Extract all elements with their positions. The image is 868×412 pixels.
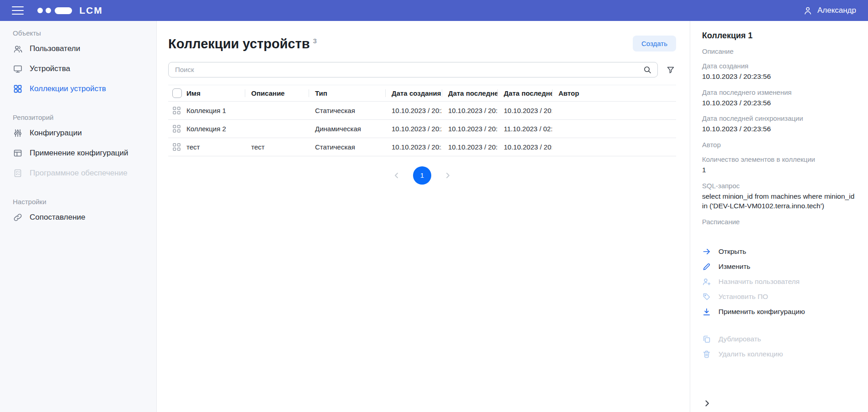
pagination-prev-icon[interactable] bbox=[393, 172, 400, 179]
column-header-type[interactable]: Тип bbox=[309, 89, 385, 97]
collapse-panel-chevron-icon[interactable] bbox=[703, 399, 711, 407]
duplicate-action[interactable]: Дублировать bbox=[702, 334, 856, 344]
section-label: Настройки bbox=[13, 197, 144, 206]
search-icon[interactable] bbox=[643, 65, 652, 74]
edit-action[interactable]: Изменить bbox=[702, 262, 856, 272]
sliders-icon bbox=[13, 128, 23, 138]
cell-created: 10.10.2023 / 20:29:33 bbox=[385, 125, 442, 133]
user-plus-icon bbox=[702, 277, 711, 286]
open-action[interactable]: Открыть bbox=[702, 247, 856, 257]
users-icon bbox=[13, 44, 23, 54]
field-label-author: Автор bbox=[702, 141, 856, 149]
table-row[interactable]: тест тест Статическая 10.10.2023 / 20:13… bbox=[168, 138, 676, 156]
sidebar-item-mapping[interactable]: Сопоставление bbox=[0, 207, 156, 227]
sidebar-section-objects: Объекты Пользователи bbox=[0, 28, 156, 99]
assign-user-action[interactable]: Назначить пользователя bbox=[702, 277, 856, 287]
sidebar-item-device-collections[interactable]: Коллекции устройств bbox=[0, 79, 156, 99]
sidebar-item-label: Конфигурации bbox=[30, 129, 82, 138]
user-icon bbox=[803, 5, 813, 15]
sidebar-item-label: Применение конфигураций bbox=[30, 149, 128, 158]
tag-icon bbox=[702, 292, 711, 301]
create-button[interactable]: Создать bbox=[633, 36, 676, 52]
select-all-checkbox[interactable] bbox=[172, 88, 182, 98]
cell-name: Коллекция 1 bbox=[186, 107, 245, 114]
column-header-created[interactable]: Дата создания bbox=[385, 89, 442, 97]
drag-handle-icon[interactable] bbox=[172, 106, 181, 115]
cell-type: Статическая bbox=[309, 107, 385, 114]
column-header-name[interactable]: Имя bbox=[186, 89, 245, 97]
field-label-schedule: Расписание bbox=[702, 218, 856, 226]
field-label-modified: Дата последнего изменения bbox=[702, 88, 856, 96]
layout-icon bbox=[13, 148, 23, 158]
column-header-synced[interactable]: Дата последней... bbox=[497, 89, 552, 97]
field-label-description: Описание bbox=[702, 47, 856, 55]
pagination-page-1[interactable]: 1 bbox=[413, 166, 431, 185]
page-title: Коллекции устройств3 bbox=[168, 33, 317, 52]
copy-icon bbox=[702, 335, 711, 344]
search-input[interactable] bbox=[168, 62, 658, 77]
cell-synced: 10.10.2023 / 20:13:20 bbox=[497, 143, 552, 151]
pagination-next-icon[interactable] bbox=[444, 172, 451, 179]
logo-pill-icon bbox=[55, 7, 72, 14]
panel-actions: Открыть Изменить bbox=[702, 247, 856, 359]
monitor-icon bbox=[13, 64, 23, 74]
action-label: Назначить пользователя bbox=[718, 278, 800, 286]
filter-icon[interactable] bbox=[666, 65, 676, 74]
column-header-description[interactable]: Описание bbox=[245, 89, 309, 97]
logo-dot-icon bbox=[37, 8, 43, 13]
cell-type: Динамическая bbox=[309, 125, 385, 133]
cell-modified: 10.10.2023 / 20:41:55 bbox=[442, 125, 497, 133]
sidebar-item-label: Программное обеспечение bbox=[30, 169, 127, 178]
drag-handle-icon[interactable] bbox=[172, 143, 181, 151]
user-name: Александр bbox=[817, 6, 856, 15]
section-label: Репозиторий bbox=[13, 113, 144, 121]
action-label: Дублировать bbox=[718, 335, 761, 343]
app-logo: LCM bbox=[37, 5, 103, 16]
column-header-modified[interactable]: Дата последнег... bbox=[442, 89, 497, 97]
trash-icon bbox=[702, 350, 711, 359]
main-content: Коллекции устройств3 Создать bbox=[157, 21, 690, 412]
action-label: Установить ПО bbox=[718, 293, 768, 301]
sidebar-item-label: Сопоставление bbox=[30, 213, 85, 222]
brand-name: LCM bbox=[79, 5, 103, 16]
pencil-icon bbox=[702, 262, 711, 271]
sidebar-item-configurations[interactable]: Конфигурации bbox=[0, 123, 156, 143]
sidebar-section-settings: Настройки Сопоставление bbox=[0, 197, 156, 227]
top-bar: LCM Александр bbox=[0, 0, 868, 21]
install-software-action[interactable]: Установить ПО bbox=[702, 292, 856, 302]
sidebar-section-repository: Репозиторий Конфигурации bbox=[0, 113, 156, 183]
app-root: LCM Александр Объекты Пол bbox=[0, 0, 868, 412]
field-value-element-count: 1 bbox=[702, 165, 856, 175]
delete-collection-action[interactable]: Удалить коллекцию bbox=[702, 349, 856, 359]
detail-panel-title: Коллекция 1 bbox=[702, 31, 856, 41]
drag-handle-icon[interactable] bbox=[172, 124, 181, 133]
field-label-created: Дата создания bbox=[702, 62, 856, 70]
apply-configuration-action[interactable]: Применить конфигурацию bbox=[702, 307, 856, 317]
sidebar-item-devices[interactable]: Устройства bbox=[0, 59, 156, 79]
field-label-sql-query: SQL-запрос bbox=[702, 182, 856, 190]
sidebar-item-software[interactable]: Программное обеспечение bbox=[0, 163, 156, 183]
grid-icon bbox=[13, 84, 23, 94]
table-header-row: Имя Описание Тип Дата создания Дата посл… bbox=[168, 85, 676, 102]
action-label: Применить конфигурацию bbox=[718, 308, 805, 316]
sidebar-item-label: Устройства bbox=[30, 64, 70, 73]
hamburger-menu-icon[interactable] bbox=[12, 6, 24, 15]
sidebar-item-users[interactable]: Пользователи bbox=[0, 39, 156, 59]
table-row[interactable]: Коллекция 2 Динамическая 10.10.2023 / 20… bbox=[168, 120, 676, 138]
column-header-author[interactable]: Автор bbox=[552, 89, 618, 97]
detail-panel: Коллекция 1 Описание Дата создания 10.10… bbox=[690, 21, 868, 412]
action-label: Изменить bbox=[718, 263, 750, 271]
software-icon bbox=[13, 168, 23, 178]
cell-synced: 11.10.2023 / 02:00:59 bbox=[497, 125, 552, 133]
section-label: Объекты bbox=[13, 28, 144, 37]
search-box bbox=[168, 62, 658, 77]
sidebar-item-apply-configurations[interactable]: Применение конфигураций bbox=[0, 143, 156, 163]
table-row[interactable]: Коллекция 1 Статическая 10.10.2023 / 20:… bbox=[168, 102, 676, 120]
user-menu[interactable]: Александр bbox=[803, 5, 856, 15]
logo-dot-icon bbox=[46, 8, 51, 13]
action-label: Удалить коллекцию bbox=[718, 350, 783, 358]
field-value-sql-query: select minion_id from machines where min… bbox=[702, 191, 856, 211]
field-value-created: 10.10.2023 / 20:23:56 bbox=[702, 72, 856, 82]
cell-description: тест bbox=[245, 143, 309, 151]
pagination: 1 bbox=[168, 166, 676, 185]
